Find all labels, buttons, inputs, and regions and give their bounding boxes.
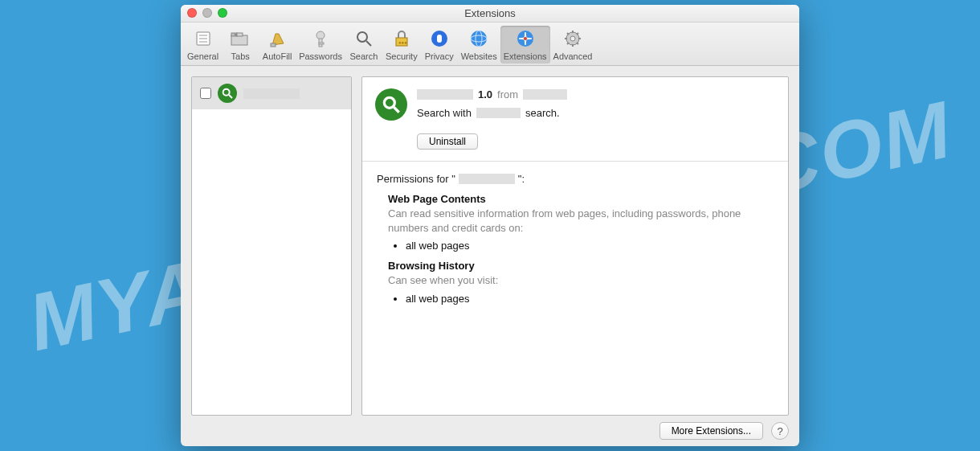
- privacy-icon: [428, 27, 451, 50]
- from-label: from: [497, 88, 518, 100]
- svg-point-38: [384, 97, 394, 108]
- zoom-icon[interactable]: [218, 8, 227, 18]
- toolbar-autofill[interactable]: AutoFill: [259, 26, 296, 64]
- svg-line-32: [567, 33, 569, 35]
- toolbar-advanced[interactable]: Advanced: [550, 26, 596, 64]
- extension-name-redacted: [417, 89, 473, 100]
- svg-point-27: [570, 36, 575, 41]
- extension-icon: [218, 84, 237, 103]
- svg-line-37: [229, 95, 232, 98]
- window-title: Extensions: [464, 7, 516, 19]
- extension-enable-checkbox[interactable]: [200, 88, 211, 99]
- general-icon: [192, 27, 214, 50]
- permission-heading: Web Page Contents: [388, 193, 774, 205]
- permission-block-contents: Web Page Contents Can read sensitive inf…: [388, 193, 774, 252]
- gear-icon: [561, 27, 584, 50]
- panes: 1.0 from Search with search. Uninstall: [191, 76, 789, 416]
- globe-icon: [468, 27, 490, 50]
- traffic-lights: [187, 8, 227, 18]
- extensions-sidebar: [191, 76, 352, 416]
- search-provider-redacted: [476, 108, 521, 118]
- body-area: 1.0 from Search with search. Uninstall: [181, 66, 799, 446]
- toolbar-search[interactable]: Search: [345, 26, 382, 64]
- toolbar-autofill-label: AutoFill: [263, 51, 292, 61]
- svg-text:✕: ✕: [234, 32, 237, 37]
- toolbar-passwords[interactable]: Passwords: [296, 26, 345, 64]
- lock-icon: ●●●: [390, 27, 413, 50]
- uninstall-button[interactable]: Uninstall: [417, 133, 478, 150]
- extension-author-redacted: [523, 89, 567, 100]
- svg-rect-6: [237, 33, 243, 36]
- svg-line-39: [394, 107, 399, 113]
- permission-list: all web pages: [406, 293, 774, 305]
- detail-title-row: 1.0 from: [417, 88, 775, 100]
- search-icon: [353, 27, 375, 50]
- extension-version: 1.0: [478, 88, 492, 100]
- permission-block-history: Browsing History Can see when you visit:…: [388, 260, 774, 305]
- titlebar: Extensions: [181, 5, 799, 23]
- extension-detail-panel: 1.0 from Search with search. Uninstall: [361, 76, 789, 416]
- permissions-suffix: ":: [518, 173, 525, 185]
- extensions-icon: [514, 27, 537, 50]
- toolbar-general[interactable]: General: [184, 26, 222, 64]
- toolbar-security[interactable]: ●●● Security: [382, 26, 421, 64]
- svg-rect-12: [319, 43, 324, 44]
- minimize-icon[interactable]: [202, 8, 212, 18]
- desc-suffix: search.: [525, 107, 560, 119]
- svg-line-35: [577, 33, 578, 35]
- footer-row: More Extensions... ?: [191, 416, 789, 440]
- toolbar-search-label: Search: [350, 51, 378, 61]
- svg-rect-9: [271, 43, 276, 47]
- permissions-section: Permissions for " ": Web Page Contents C…: [362, 162, 788, 316]
- key-icon: [309, 27, 332, 50]
- more-extensions-button[interactable]: More Extensions...: [659, 422, 763, 440]
- preferences-window: Extensions General ✕ Tabs AutoFill Passw: [181, 5, 799, 446]
- permissions-title: Permissions for " ":: [377, 173, 774, 185]
- svg-rect-18: [437, 35, 442, 43]
- permission-heading: Browsing History: [388, 260, 774, 272]
- permission-item: all web pages: [406, 240, 774, 252]
- extension-name-redacted: [459, 174, 515, 184]
- detail-head: 1.0 from Search with search. Uninstall: [417, 88, 775, 150]
- extension-name-redacted: [243, 88, 300, 99]
- toolbar-security-label: Security: [386, 51, 418, 61]
- permission-text: Can see when you visit:: [388, 273, 774, 288]
- permission-item: all web pages: [406, 293, 774, 305]
- help-button[interactable]: ?: [771, 422, 789, 440]
- toolbar-general-label: General: [187, 51, 218, 61]
- desc-prefix: Search with: [417, 107, 472, 119]
- toolbar-privacy-label: Privacy: [425, 51, 454, 61]
- toolbar-passwords-label: Passwords: [299, 51, 342, 61]
- svg-line-33: [577, 43, 578, 44]
- toolbar-websites-label: Websites: [461, 51, 497, 61]
- toolbar-websites[interactable]: Websites: [458, 26, 500, 64]
- svg-point-36: [223, 89, 230, 96]
- permission-text: Can read sensitive information from web …: [388, 207, 774, 235]
- permissions-prefix: Permissions for ": [377, 173, 455, 185]
- toolbar-advanced-label: Advanced: [553, 51, 593, 61]
- svg-line-34: [567, 43, 569, 44]
- close-icon[interactable]: [187, 8, 197, 18]
- toolbar-tabs-label: Tabs: [231, 51, 250, 61]
- prefs-toolbar: General ✕ Tabs AutoFill Passwords Search: [181, 23, 799, 66]
- extension-icon: [375, 88, 407, 121]
- extension-list-item[interactable]: [192, 77, 351, 109]
- svg-point-19: [471, 31, 487, 47]
- toolbar-extensions[interactable]: Extensions: [500, 26, 550, 64]
- detail-description: Search with search.: [417, 107, 775, 119]
- svg-point-25: [524, 37, 527, 40]
- permission-list: all web pages: [406, 240, 774, 252]
- svg-line-14: [366, 41, 371, 46]
- toolbar-privacy[interactable]: Privacy: [421, 26, 458, 64]
- tabs-icon: ✕: [229, 27, 251, 50]
- detail-header: 1.0 from Search with search. Uninstall: [362, 77, 788, 162]
- toolbar-extensions-label: Extensions: [504, 51, 547, 61]
- svg-text:●●●: ●●●: [398, 40, 407, 45]
- svg-point-13: [357, 32, 367, 42]
- toolbar-tabs[interactable]: ✕ Tabs: [222, 26, 259, 64]
- autofill-icon: [266, 27, 288, 50]
